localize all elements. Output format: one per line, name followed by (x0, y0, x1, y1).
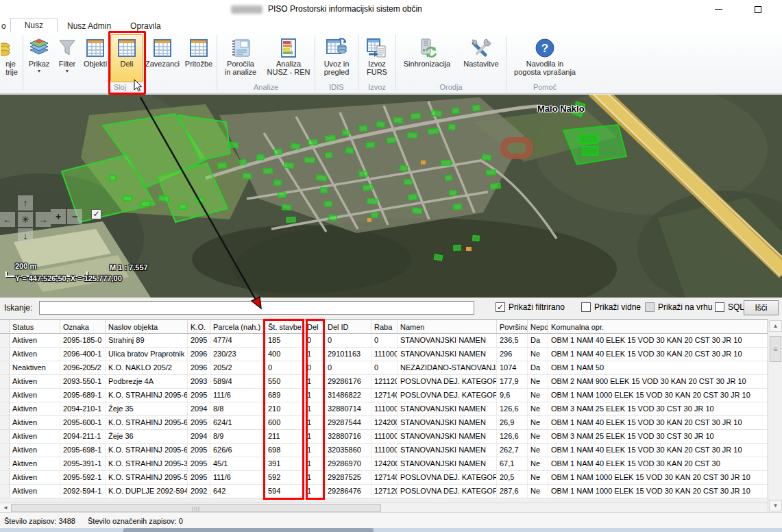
table-cell: 391 (265, 457, 304, 470)
maximize-button[interactable] (742, 0, 773, 19)
zoom-out-button[interactable]: − (67, 209, 82, 224)
table-cell: 1 (304, 389, 325, 402)
checkbox-icon[interactable] (715, 302, 724, 312)
ribbon-separator (315, 35, 315, 90)
prikaz-button[interactable]: Prikaz ▼ (24, 34, 54, 82)
tab-opravila[interactable]: Opravila (121, 19, 171, 32)
filter-button[interactable]: Filter ▼ (54, 34, 80, 82)
map-overlay-checkbox[interactable]: ✓ (91, 209, 101, 219)
column-header[interactable]: Namen (398, 320, 497, 333)
table-row[interactable]: Aktiven2095-698-1K.O. STRAHINJ 2095-6982… (0, 444, 768, 457)
table-cell: 1110002 (371, 444, 398, 457)
table-cell: 287,6 (497, 485, 528, 498)
table-cell: 1 (304, 471, 325, 484)
table-cell: OBM 1 NAM 1000 ELEK 15 VOD 30 KAN 20 CST… (548, 389, 768, 402)
pritozbe-button[interactable]: Pritožbe (182, 34, 216, 82)
column-header[interactable]: Nepo (528, 320, 548, 333)
table-row[interactable]: Aktiven2095-391-1K.O. STRAHINJ 2095-3912… (0, 457, 768, 471)
table-cell: 0 (325, 334, 371, 347)
table-row[interactable]: Aktiven2095-600-1K.O. STRAHINJ 2095-6002… (0, 416, 768, 430)
checkbox-prikazi-vidne[interactable]: Prikaži vidne (581, 302, 641, 312)
minimize-button[interactable] (703, 0, 734, 19)
checkbox-icon[interactable] (496, 302, 505, 312)
pan-left-button[interactable]: ← (0, 212, 15, 227)
table-cell: Žeje 35 (106, 402, 188, 415)
porocila-button[interactable]: Poročila in analize (218, 34, 263, 82)
checkbox-icon[interactable] (581, 302, 591, 312)
table-row[interactable]: Aktiven2094-211-1Žeje 3620948/9211132880… (0, 430, 768, 444)
center-map-button[interactable]: ✳ (18, 212, 33, 227)
zavezanci-button[interactable]: Zavezanci (143, 34, 182, 82)
horizontal-scroll-thumb[interactable] (11, 504, 381, 512)
row-gutter (0, 389, 10, 402)
table-row[interactable]: Aktiven2095-689-1K.O. STRAHINJ 2095-6892… (0, 389, 768, 402)
partial-button[interactable]: nje trije (0, 34, 22, 82)
column-header[interactable]: Površina (497, 320, 528, 333)
ribbon-separator (217, 35, 217, 90)
table-cell: 2092-594-1 (60, 485, 106, 498)
horizontal-scrollbar[interactable]: ◄ (0, 503, 768, 512)
table-cell: 698 (265, 444, 304, 457)
pan-right-button[interactable]: → (36, 212, 51, 227)
table-row[interactable]: Aktiven2095-185-0Strahinj 892095477/4185… (0, 334, 768, 348)
ribbon: nje trije Prikaz ▼ Filter (0, 32, 782, 94)
scroll-up-button[interactable]: ▲ (769, 320, 782, 332)
column-header[interactable]: Parcela (nah.) (210, 320, 265, 333)
zoom-in-button[interactable]: + (51, 209, 66, 224)
navodila-button[interactable]: ? Navodila in pogosta vprašanja (507, 34, 583, 82)
column-header[interactable]: Status (10, 320, 60, 333)
column-header[interactable]: Naslov objekta (106, 320, 188, 333)
table-cell: Ne (528, 430, 548, 443)
checkbox-prikazi-na-vrhu: Prikaži na vrhu (645, 302, 712, 312)
table-row[interactable]: Aktiven2096-400-1Ulica bratov Praprotnik… (0, 348, 768, 361)
column-header[interactable]: K.O. (188, 320, 210, 333)
column-header[interactable]: Raba (371, 320, 398, 333)
table-cell: Aktiven (10, 485, 60, 498)
vertical-scroll-thumb[interactable] (770, 336, 781, 362)
uvoz-in-pregled-button[interactable]: Uvoz in pregled (316, 34, 357, 82)
vertical-scrollbar[interactable]: ▲ ▼ (768, 319, 782, 512)
nastavitve-button[interactable]: Nastavitve (457, 34, 505, 82)
table-row[interactable]: Aktiven2094-210-1Žeje 3520948/8210132880… (0, 402, 768, 416)
tab-nusz-admin[interactable]: Nusz Admin (58, 19, 121, 32)
table-cell: 0 (325, 361, 371, 374)
tab-partial[interactable]: o (0, 19, 10, 32)
tab-nusz[interactable]: Nusz (10, 18, 58, 33)
row-gutter (0, 485, 10, 498)
table-cell: 32880714 (325, 402, 371, 415)
checkbox-sql[interactable]: SQL (715, 302, 744, 312)
deli-button[interactable]: Deli (110, 34, 143, 82)
table-row[interactable]: Neaktiven2096-205/2K.O. NAKLO 205/220962… (0, 361, 768, 375)
column-header[interactable]: Št. stavbe (265, 320, 304, 333)
row-gutter (0, 361, 10, 374)
column-header[interactable]: Oznaka (60, 320, 106, 333)
table-cell: 185 (265, 334, 304, 347)
column-header[interactable]: Del (304, 320, 325, 333)
analiza-nusz-ren-button[interactable]: Analiza NUSZ - REN (263, 34, 314, 82)
table-cell: OBM 2 NAM 900 ELEK 15 VOD 30 KAN 20 CST … (548, 375, 768, 388)
column-header[interactable]: Komunalna opr. (548, 320, 768, 333)
table-header: StatusOznakaNaslov objektaK.O.Parcela (n… (0, 319, 768, 334)
search-button[interactable]: Išči (744, 300, 779, 315)
table-cell: POSLOVNA DEJ. KATEGORIJA II. (398, 389, 497, 402)
map-viewport[interactable]: Malo Naklo ↑ ← ✳ → ↓ + − ✓ 200 m M 1 : 7… (0, 95, 782, 298)
table-row[interactable]: Aktiven2092-594-1K.O. DUPLJE 2092-594209… (0, 485, 768, 498)
row-gutter (0, 457, 10, 470)
pan-down-button[interactable]: ↓ (18, 228, 33, 243)
objekti-button[interactable]: Objekti (80, 34, 110, 82)
scroll-down-button[interactable]: ▼ (769, 500, 782, 511)
search-input[interactable] (39, 301, 474, 315)
checkbox-prikazi-filtrirano[interactable]: Prikaži filtrirano (496, 302, 565, 312)
sinhronizacija-button[interactable]: Sinhronizacija (397, 34, 457, 82)
table-cell: Ne (528, 485, 548, 498)
table-row[interactable]: Aktiven2093-550-1Podbrezje 4A2093589/455… (0, 375, 768, 389)
table-cell: 1110002 (371, 402, 398, 415)
izvoz-furs-button[interactable]: Izvoz FURS (359, 34, 395, 82)
pan-up-button[interactable]: ↑ (18, 195, 33, 210)
column-header[interactable]: Del ID (325, 320, 371, 333)
arrow-down-icon: ↓ (23, 231, 28, 241)
table-cell: 2095-185-0 (60, 334, 106, 347)
table-cell: STANOVANJSKI NAMEN (398, 416, 497, 429)
table-row[interactable]: Aktiven2095-592-1K.O. STRAHINJ 2095-5922… (0, 471, 768, 485)
scroll-left-button[interactable]: ◄ (0, 504, 11, 512)
